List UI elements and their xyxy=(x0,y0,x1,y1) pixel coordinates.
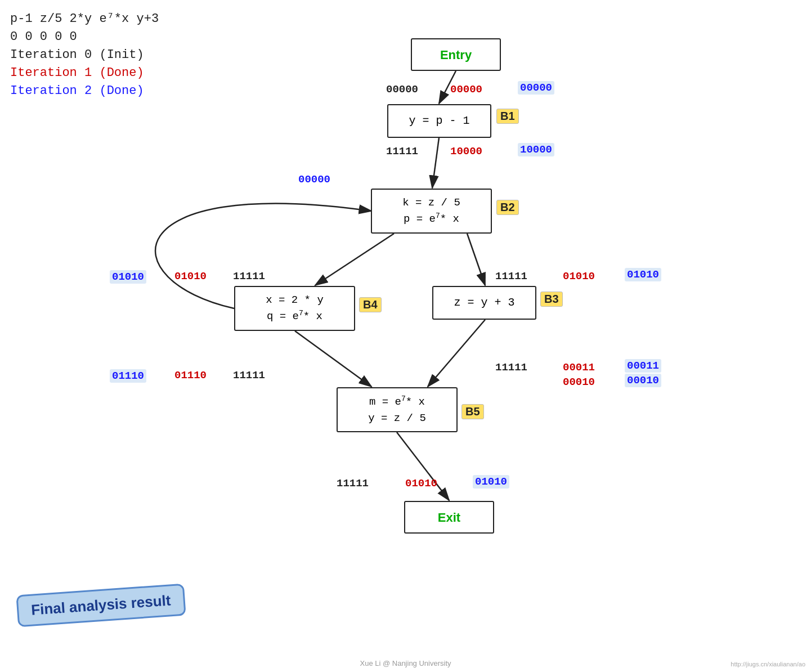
svg-line-3 xyxy=(432,138,439,188)
final-analysis-badge: Final analysis result xyxy=(16,584,186,628)
bv-b2-right-black: 11111 xyxy=(495,270,527,283)
label-b3: B3 xyxy=(540,292,563,307)
svg-line-6 xyxy=(295,331,371,387)
node-b3: z = y + 3 xyxy=(432,286,536,320)
label-b5: B5 xyxy=(461,404,484,419)
label-b2: B2 xyxy=(496,200,519,215)
bv-b4-left-red: 01010 xyxy=(174,270,207,283)
bv-b3-right-blue2: 00010 xyxy=(625,374,661,387)
legend-header: p-1 z/5 2*y e⁷*x y+3 xyxy=(10,10,159,28)
bv-entry-below-red: 00000 xyxy=(450,83,482,96)
bv-entry-below-black: 00000 xyxy=(386,83,418,96)
bv-b3-right-black: 11111 xyxy=(495,361,527,374)
legend-zeros: 0 0 0 0 0 xyxy=(10,28,159,46)
bv-b4-below-red: 01110 xyxy=(174,369,207,382)
svg-line-7 xyxy=(428,320,485,387)
bv-b4-below-blue: 01110 xyxy=(110,369,146,383)
svg-line-4 xyxy=(315,234,394,285)
watermark2: http://jiugs.cn/xiaulianan/ao xyxy=(731,661,805,667)
legend: p-1 z/5 2*y e⁷*x y+3 0 0 0 0 0 Iteration… xyxy=(10,10,159,100)
node-b5: m = e7* xy = z / 5 xyxy=(337,387,458,432)
bv-b3-right-red1: 00011 xyxy=(563,361,595,374)
bv-b2-right-red: 01010 xyxy=(563,270,595,283)
bv-b1-right-blue: 10000 xyxy=(518,143,554,156)
bv-b2-left-blue: 00000 xyxy=(298,173,330,186)
legend-iter1: Iteration 1 (Done) xyxy=(10,64,159,82)
watermark: Xue Li @ Nanjing University xyxy=(360,659,451,667)
bv-b1-right-black: 11111 xyxy=(386,145,418,158)
bv-b5-below-blue: 01010 xyxy=(473,475,509,489)
bv-b4-left-blue: 01010 xyxy=(110,270,146,284)
node-b4: x = 2 * yq = e7* x xyxy=(234,286,355,331)
legend-iter2: Iteration 2 (Done) xyxy=(10,82,159,100)
bv-b5-below-black: 11111 xyxy=(337,477,369,490)
node-entry: Entry xyxy=(411,38,501,71)
label-b4: B4 xyxy=(359,297,382,312)
node-b2: k = z / 5p = e7* x xyxy=(371,189,492,234)
bv-entry-below-blue: 00000 xyxy=(518,81,554,95)
bv-b4-below-black: 11111 xyxy=(233,369,265,382)
label-b1: B1 xyxy=(496,109,519,124)
page-container: p-1 z/5 2*y e⁷*x y+3 0 0 0 0 0 Iteration… xyxy=(0,0,811,672)
svg-line-5 xyxy=(467,234,485,285)
node-exit: Exit xyxy=(404,501,494,534)
bv-b5-below-red: 01010 xyxy=(405,477,437,490)
node-b1: y = p - 1 xyxy=(387,104,491,138)
bv-b3-right-red2: 00010 xyxy=(563,376,595,388)
svg-line-8 xyxy=(397,432,449,500)
bv-b2-right-blue: 01010 xyxy=(625,268,661,281)
bv-b1-right-red: 10000 xyxy=(450,145,482,158)
bv-b3-right-blue1: 00011 xyxy=(625,359,661,373)
bv-b4-left-black: 11111 xyxy=(233,270,265,283)
arrows-svg xyxy=(0,0,811,672)
legend-iter0: Iteration 0 (Init) xyxy=(10,46,159,64)
